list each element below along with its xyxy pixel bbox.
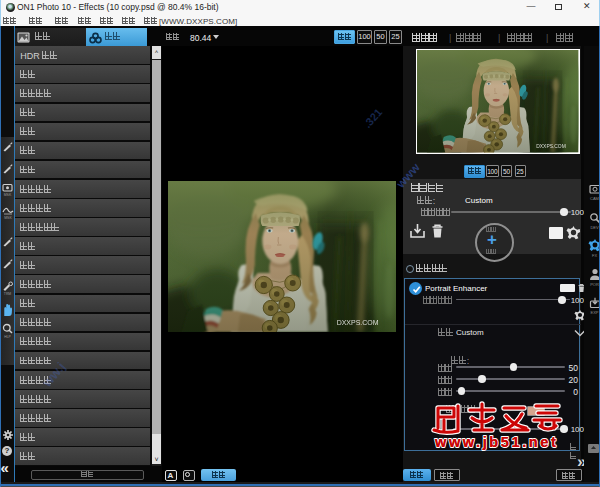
svg-text:MSK: MSK (4, 193, 12, 197)
svg-text:MSK: MSK (4, 216, 12, 220)
svg-text:TRM: TRM (4, 292, 12, 296)
svg-text:HLP: HLP (4, 335, 11, 339)
svg-text:www.jb51.net: www.jb51.net (434, 434, 558, 450)
